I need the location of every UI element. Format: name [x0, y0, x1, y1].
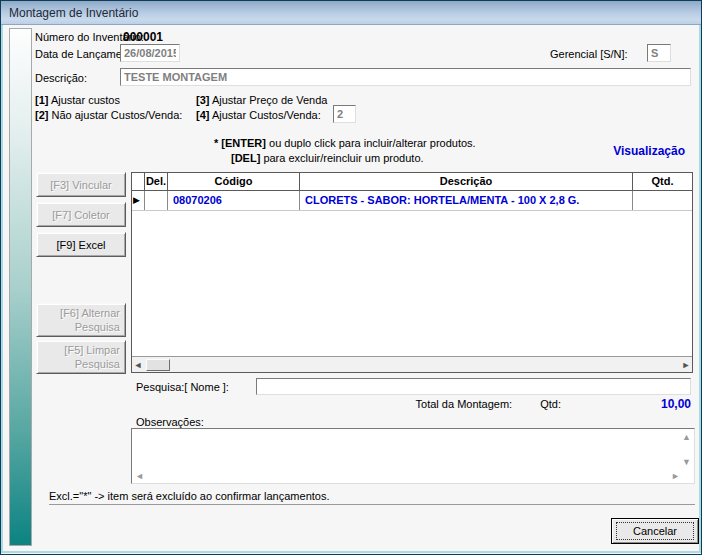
- total-qtd-label: Qtd:: [540, 398, 561, 410]
- option-4-label: [4] Ajustar Custos/Venda:: [196, 109, 321, 121]
- obs-scroll-up-icon[interactable]: ▲: [682, 432, 691, 442]
- f6-alternar-pesquisa-button[interactable]: [F6] Alternar Pesquisa: [36, 303, 126, 337]
- table-header: Del. Código Descrição Qtd.: [132, 173, 692, 191]
- products-table: Del. Código Descrição Qtd. ▶ 08070206 CL…: [131, 172, 693, 373]
- option-1-key: [1]: [35, 94, 48, 106]
- del-hint: [DEL] para excluir/reincluir um produto.: [231, 152, 424, 164]
- f7-coletor-button[interactable]: [F7] Coletor: [36, 202, 126, 227]
- launch-date-field[interactable]: [120, 44, 180, 62]
- footer-divider: [49, 504, 695, 505]
- observations-textarea[interactable]: ▲ ▼ ◄ ►: [131, 428, 695, 484]
- obs-scroll-down-icon[interactable]: ▼: [682, 457, 691, 467]
- f5-limpar-pesquisa-button[interactable]: [F5] Limpar Pesquisa: [36, 340, 126, 374]
- option-3-label: [3] Ajustar Preço de Venda: [196, 94, 327, 106]
- option-1-label: [1] Ajustar custos: [35, 94, 120, 106]
- dialog-window: Montagem de Inventário Número do Inventá…: [0, 0, 702, 555]
- option-4-key: [4]: [196, 109, 209, 121]
- exclusion-note: Excl.="*" -> item será excluído ao confi…: [49, 490, 329, 502]
- search-input[interactable]: [256, 378, 691, 395]
- description-label: Descrição:: [35, 72, 87, 84]
- dialog-body: Número do Inventário: 000001 Data de Lan…: [1, 25, 701, 553]
- teal-gradient-strip: [9, 28, 32, 546]
- adjust-mode-field[interactable]: [333, 105, 356, 123]
- option-2-label: [2] Não ajustar Custos/Venda:: [35, 109, 182, 121]
- cancel-button-label: Cancelar: [616, 522, 694, 540]
- qtd-column-header: Qtd.: [633, 173, 692, 190]
- window-title: Montagem de Inventário: [9, 6, 138, 20]
- f3-vincular-button[interactable]: [F3] Vincular: [36, 172, 126, 197]
- title-bar[interactable]: Montagem de Inventário: [1, 1, 701, 25]
- observations-label: Observações:: [136, 416, 204, 428]
- visualizacao-link[interactable]: Visualização: [613, 144, 685, 158]
- total-row: Total da Montagem: Qtd: 10,00: [131, 397, 691, 411]
- row-indicator-icon: ▶: [132, 191, 145, 210]
- total-label: Total da Montagem:: [416, 398, 513, 410]
- codigo-column-header: Código: [168, 173, 300, 190]
- row-del-cell: [145, 191, 168, 210]
- total-qtd-value: 10,00: [661, 397, 691, 411]
- option-2-key: [2]: [35, 109, 48, 121]
- scroll-left-icon[interactable]: ◄: [132, 360, 144, 370]
- del-column-header: Del.: [145, 173, 168, 190]
- cancel-button[interactable]: Cancelar: [611, 518, 699, 544]
- search-label: Pesquisa:[ Nome ]:: [136, 381, 229, 393]
- gerencial-field[interactable]: [647, 44, 671, 62]
- row-descricao-cell: CLORETS - SABOR: HORTELA/MENTA - 100 X 2…: [300, 191, 633, 210]
- table-horizontal-scrollbar[interactable]: ◄ ►: [132, 356, 692, 372]
- row-codigo-cell: 08070206: [168, 191, 300, 210]
- scrollbar-thumb[interactable]: [146, 359, 170, 371]
- enter-hint: * [ENTER] ou duplo click para incluir/al…: [214, 137, 476, 149]
- description-field[interactable]: [120, 68, 691, 86]
- descricao-column-header: Descrição: [300, 173, 633, 190]
- gerencial-label: Gerencial [S/N]:: [550, 48, 628, 60]
- inventory-number-value: 000001: [123, 30, 163, 44]
- table-row[interactable]: ▶ 08070206 CLORETS - SABOR: HORTELA/MENT…: [132, 191, 692, 211]
- f9-excel-button[interactable]: [F9] Excel: [36, 232, 126, 257]
- obs-scroll-left-icon[interactable]: ◄: [135, 471, 144, 481]
- row-qtd-cell: [633, 191, 692, 210]
- obs-scroll-right-icon[interactable]: ►: [671, 471, 680, 481]
- scroll-right-icon[interactable]: ►: [680, 360, 692, 370]
- option-3-key: [3]: [196, 94, 209, 106]
- indicator-column-header: [132, 173, 145, 190]
